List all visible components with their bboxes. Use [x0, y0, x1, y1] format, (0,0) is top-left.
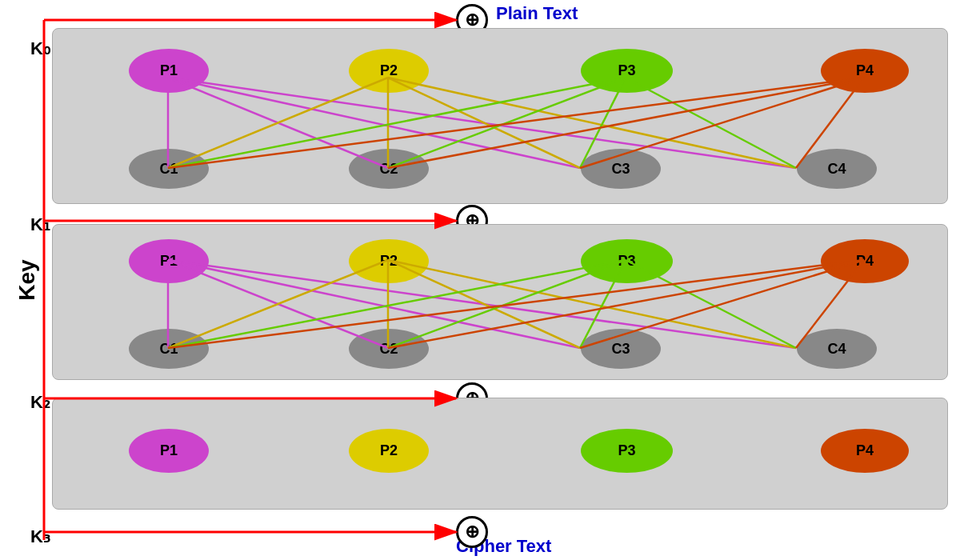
- r2-p1: P1: [129, 429, 209, 473]
- k3-label: K₃: [30, 526, 50, 547]
- main-container: Key Plain Text Cipher Text K₀ K₁ K₂ K₃ ⊕…: [0, 0, 960, 560]
- r2-p4: P4: [821, 429, 909, 473]
- r2-p3: P3: [581, 429, 673, 473]
- r1-p2: P2: [349, 239, 429, 283]
- xor-bottom: ⊕: [456, 516, 488, 548]
- r0-p4: P4: [821, 49, 909, 93]
- round0-box: P1 P2 P3 P4 C1 C2 C3 C4: [52, 28, 948, 204]
- r2-p2: P2: [349, 429, 429, 473]
- r0-p3: P3: [581, 49, 673, 93]
- r0-c2: C2: [349, 149, 429, 189]
- r0-c4: C4: [797, 149, 877, 189]
- round1-box: P1 P2 P3 P4 C1 C2 C3 C4: [52, 224, 948, 380]
- r0-c3: C3: [581, 149, 661, 189]
- r1-c2: C2: [349, 329, 429, 369]
- k0-label: K₀: [30, 38, 50, 59]
- r1-p4: P4: [821, 239, 909, 283]
- r1-c1: C1: [129, 329, 209, 369]
- round2-box: P1 P2 P3 P4: [52, 398, 948, 510]
- k1-label: K₁: [30, 214, 50, 235]
- k2-label: K₂: [30, 392, 50, 413]
- r1-c3: C3: [581, 329, 661, 369]
- r1-c4: C4: [797, 329, 877, 369]
- r0-p1: P1: [129, 49, 209, 93]
- plain-text-label: Plain Text: [496, 3, 578, 24]
- r1-p1: P1: [129, 239, 209, 283]
- r0-p2: P2: [349, 49, 429, 93]
- r0-c1: C1: [129, 149, 209, 189]
- r1-p3: P3: [581, 239, 673, 283]
- key-label: Key: [14, 259, 40, 300]
